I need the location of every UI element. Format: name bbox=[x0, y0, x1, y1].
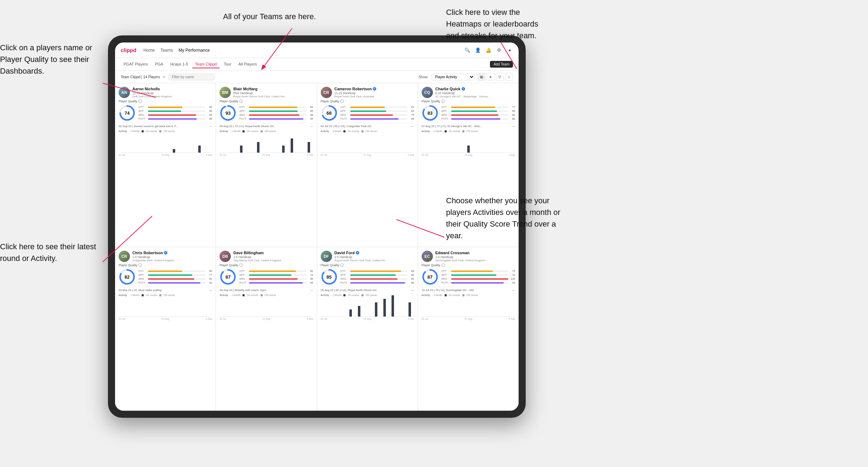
activity-section: Activity · 1 Month On course Off course … bbox=[219, 294, 313, 407]
stat-bar-fill bbox=[350, 118, 399, 120]
tab-pgat[interactable]: PGAT Players bbox=[121, 61, 151, 68]
info-icon: i bbox=[340, 263, 344, 267]
stat-bar-track bbox=[148, 107, 205, 108]
off-course-label: Off course bbox=[467, 294, 478, 296]
player-name[interactable]: Blair McHarg bbox=[233, 87, 313, 91]
filter-icon[interactable]: ▽ bbox=[496, 73, 504, 81]
player-name[interactable]: Dave Billingham bbox=[233, 251, 313, 255]
nav-my-performance[interactable]: My Performance bbox=[179, 46, 210, 54]
player-name[interactable]: Charlie Quick ✓ bbox=[435, 87, 515, 91]
chart-label-mid: 21 Aug bbox=[464, 154, 472, 156]
stat-row: PUTT 92 bbox=[441, 281, 515, 284]
player-name[interactable]: David Ford ✓ bbox=[335, 251, 414, 255]
latest-round[interactable]: 26 Aug 23 | 84 (+12), Royal North Devon … bbox=[321, 287, 414, 292]
search-input[interactable] bbox=[169, 74, 215, 80]
nav-home[interactable]: Home bbox=[143, 46, 155, 54]
player-name[interactable]: Chris Robertson ✓ bbox=[132, 251, 212, 255]
chart-label-start: 31 Jul bbox=[219, 154, 226, 156]
stat-bar-fill bbox=[148, 270, 182, 272]
player-card-blair[interactable]: BM Blair McHarg Plus Handicap Royal Nort… bbox=[216, 83, 316, 247]
chart-label-start: 31 Jul bbox=[119, 154, 125, 156]
stat-name: OTT bbox=[341, 269, 349, 273]
profile-icon[interactable]: 👤 bbox=[475, 47, 481, 53]
player-card-chris[interactable]: CR Chris Robertson ✓ 1-5 Handicap Craigm… bbox=[115, 247, 216, 411]
edit-icon[interactable]: ✏ bbox=[163, 75, 166, 79]
annotation-round: Click here to see their latest round or … bbox=[0, 241, 99, 264]
player-header: CR Cameron Robertson ✓ 11-15 Handicap Ro… bbox=[321, 87, 414, 98]
player-info: Chris Robertson ✓ 1-5 Handicap Craigmill… bbox=[132, 251, 212, 262]
latest-round[interactable]: 19 Jul 23 | 74 (+4), Sunningdale GC - Ol… bbox=[422, 287, 515, 292]
player-card-dave[interactable]: DB Dave Billingham 1-5 Handicap Sag Main… bbox=[216, 247, 316, 411]
gauge-number: 93 bbox=[225, 110, 230, 116]
stat-bar-fill bbox=[451, 282, 504, 284]
stat-bar-track bbox=[148, 114, 205, 116]
player-club: Sag Maing Golf Club, United Kingdom bbox=[233, 259, 313, 262]
gauge-number: 87 bbox=[225, 274, 230, 280]
search-icon[interactable]: 🔍 bbox=[464, 47, 470, 53]
gauge-number: 83 bbox=[428, 110, 433, 116]
chart-label-end: 4 Sep bbox=[206, 154, 212, 156]
verified-icon: ✓ bbox=[373, 87, 376, 91]
latest-round[interactable]: 02 Sep 23 | Sunset round to get back int… bbox=[119, 123, 212, 128]
tab-hcaps[interactable]: Hcaps 1-5 bbox=[167, 61, 191, 68]
chart-label-end: 4 Sep bbox=[206, 318, 212, 320]
activity-title: Activity bbox=[321, 130, 329, 133]
player-name[interactable]: Edward Crossman bbox=[435, 251, 515, 255]
stat-row: APP 77 bbox=[138, 273, 212, 277]
player-card-aaron[interactable]: AN Aaron Nicholls 11-15 Handicap Drift G… bbox=[115, 83, 216, 247]
activity-period: · 1 Month bbox=[432, 294, 442, 296]
avatar-icon[interactable]: ● bbox=[507, 47, 513, 53]
latest-round[interactable]: 07 Aug 23 | 77 (+7), St George's Hill GC… bbox=[422, 123, 515, 128]
player-card-david[interactable]: DF David Ford ✓ 1-5 Handicap Royal North… bbox=[317, 247, 418, 411]
sort-icon[interactable]: ↕ bbox=[505, 73, 513, 81]
list-view-icon[interactable]: ≡ bbox=[487, 73, 495, 81]
stat-val: 77 bbox=[509, 106, 515, 109]
nav-teams[interactable]: Teams bbox=[160, 46, 173, 54]
stat-row: APP 63 bbox=[341, 109, 414, 113]
add-team-button[interactable]: Add Team bbox=[490, 61, 513, 68]
tab-pga[interactable]: PGA bbox=[152, 61, 166, 68]
stat-row: ARG 83 bbox=[441, 113, 515, 116]
player-card-cameron[interactable]: CR Cameron Robertson ✓ 11-15 Handicap Ro… bbox=[317, 83, 418, 247]
stat-bar-track bbox=[451, 278, 508, 280]
tab-all-players[interactable]: All Players bbox=[236, 61, 260, 68]
activity-title: Activity bbox=[422, 294, 430, 297]
activity-title: Activity bbox=[219, 294, 228, 297]
off-course-legend-dot bbox=[261, 294, 263, 296]
latest-round[interactable]: 03 Mar 23 | 19, Must make putting → bbox=[119, 287, 212, 292]
chart-labels: 31 Jul 21 Aug 4 Sep bbox=[321, 154, 414, 156]
stat-bar-track bbox=[451, 114, 508, 116]
stat-row: APP 58 bbox=[138, 109, 212, 113]
stat-name: OTT bbox=[441, 269, 450, 273]
chart-label-start: 31 Jul bbox=[422, 318, 428, 320]
chart-label-start: 31 Jul bbox=[321, 318, 327, 320]
stat-row: PUTT 95 bbox=[239, 117, 313, 120]
stat-val: 84 bbox=[308, 106, 313, 109]
latest-round[interactable]: 26 Aug 23 | 73 (+1), Royal North Devon G… bbox=[219, 123, 313, 128]
verified-icon: ✓ bbox=[462, 87, 465, 91]
stat-val: 103 bbox=[509, 277, 515, 280]
stat-name: PUTT bbox=[239, 281, 248, 284]
player-header: AN Aaron Nicholls 11-15 Handicap Drift G… bbox=[119, 87, 212, 98]
chart-label-end: 4 Sep bbox=[307, 154, 313, 156]
show-select[interactable]: Player Activity Quality Score Trend bbox=[431, 74, 475, 80]
chart-bar bbox=[291, 138, 293, 153]
tab-team-clippd[interactable]: Team Clippd bbox=[192, 61, 219, 68]
player-card-edward[interactable]: EC Edward Crossman 1-5 Handicap Sunningd… bbox=[418, 247, 519, 411]
player-name[interactable]: Aaron Nicholls bbox=[132, 87, 212, 91]
grid-view-icon[interactable]: ⊞ bbox=[478, 73, 485, 81]
tab-tour[interactable]: Tour bbox=[221, 61, 234, 68]
player-header: DF David Ford ✓ 1-5 Handicap Royal North… bbox=[321, 251, 414, 262]
stat-val: 82 bbox=[308, 269, 313, 273]
stat-bar-track bbox=[451, 110, 508, 112]
latest-round[interactable]: 02 Jul 23 | 59 (+15), Craigmillar Park G… bbox=[321, 123, 414, 128]
stat-bar-track bbox=[249, 278, 306, 280]
latest-round[interactable]: 04 Sep 23 | Mobility with coach, Gym → bbox=[219, 287, 313, 292]
chart-bar bbox=[282, 146, 285, 153]
off-course-label: Off course bbox=[265, 294, 276, 296]
chart-label-end: 4 Sep bbox=[307, 318, 313, 320]
stat-name: ARG bbox=[138, 113, 147, 116]
settings-icon[interactable]: ⚙ bbox=[496, 47, 502, 53]
player-name[interactable]: Cameron Robertson ✓ bbox=[335, 87, 414, 91]
bell-icon[interactable]: 🔔 bbox=[485, 47, 492, 53]
